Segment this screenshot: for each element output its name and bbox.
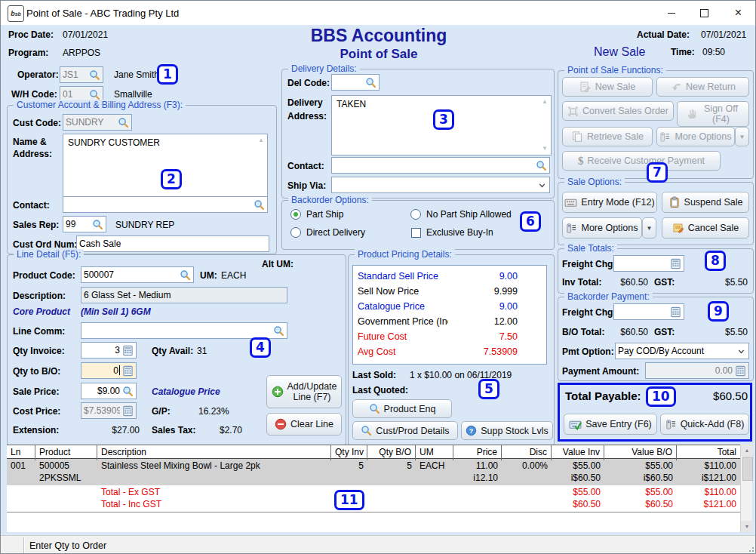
new-return-button[interactable]: New Return [656,77,749,97]
sign-off-button[interactable]: Sign Off (F4) [677,101,749,127]
radio-direct-delivery[interactable]: Direct Delivery [290,227,365,238]
payment-amount-field[interactable]: 0.00 [645,362,749,379]
sale-price-field[interactable]: $9.00 [81,383,137,399]
extension-label: Extension: [13,425,59,436]
annotation-2: 2 [161,169,182,189]
convert-sales-order-button[interactable]: Convert Sales Order [562,101,674,121]
radio-no-part-ship[interactable]: No Part Ship Allowed [410,209,512,220]
pmt-option-select[interactable]: Pay COD/By Account [615,343,749,359]
table-scrollbar[interactable]: ▲ ▼ [740,445,752,532]
search-icon[interactable] [272,325,284,337]
product-enq-button[interactable]: Product Enq [352,399,452,418]
operator-label: Operator: [17,69,59,80]
search-icon[interactable] [364,76,376,88]
cost-price-field[interactable]: $7.53909 [81,402,137,419]
retrieve-sale-button[interactable]: Retrieve Sale [562,127,653,146]
operator-code-field[interactable]: JS1 [60,66,103,83]
product-code-field[interactable]: 500007 [81,266,194,283]
search-icon[interactable] [88,69,100,81]
pricing-row-label: Future Cost [358,329,448,344]
app-icon: bsb [8,5,24,22]
delivery-contact-field[interactable] [331,157,550,174]
save-entry-button[interactable]: Save Entry (F6) [564,414,657,435]
window-title: Point of Sale - ABC Trading Pty Ltd [26,8,179,19]
scroll-up-icon[interactable]: ▲ [542,99,548,105]
new-return-button-label: New Return [686,82,736,92]
sale-more-options-button[interactable]: More Options [562,217,642,239]
add-update-line-button[interactable]: Add/Update Line (F7) [266,375,342,408]
suspend-sale-button[interactable]: Suspend Sale [662,192,749,213]
line-items-table: Ln Product Description Qty Inv Qty B/O U… [7,445,752,532]
document-pencil-icon [579,81,592,93]
minimize-icon [668,13,675,14]
table-row[interactable]: 001 500005 2PKSSML Stainless Steel Mixin… [7,459,752,485]
radio-part-ship[interactable]: Part Ship [290,209,343,220]
calculator-icon[interactable] [734,365,746,377]
checkbox-exclusive-buy-in[interactable]: Exclusive Buy-In [411,227,493,238]
cust-prod-details-button[interactable]: Cust/Prod Details [352,421,458,440]
receive-customer-payment-button[interactable]: $ Receive Customer Payment [562,151,721,171]
supp-stock-lvls-button[interactable]: Supp Stock Lvls [461,421,553,440]
scroll-up-icon[interactable]: ▲ [258,137,264,143]
search-icon[interactable] [117,116,129,128]
calculator-icon[interactable] [669,306,681,318]
search-icon[interactable] [88,88,100,100]
line-comm-field[interactable] [81,322,287,339]
cust-code-label: Cust Code: [13,118,61,128]
search-icon[interactable] [253,199,265,211]
cost-price-label: Cost Price: [13,406,60,417]
sale-more-options-dropdown[interactable]: ▼ [642,217,656,239]
total-ex-gst-total: $110.00 [681,486,736,498]
cell-product: 500005 2PKSSML [35,459,97,485]
clipboard-icon [668,196,681,208]
pos-more-options-dropdown[interactable]: ▼ [735,127,749,146]
new-sale-button[interactable]: New Sale [562,77,653,97]
ship-via-select[interactable] [331,177,550,193]
cust-code-field[interactable]: SUNDRY [63,114,132,131]
search-icon[interactable] [121,385,134,397]
search-icon[interactable] [179,269,191,281]
scroll-up-icon[interactable]: ▲ [741,445,753,456]
billing-contact-field[interactable] [63,196,268,213]
qty-bo-field[interactable]: 0 [81,362,137,379]
pricing-listbox[interactable]: Standard Sell Price 9.00 Sell Now Price … [352,265,547,365]
scroll-down-icon[interactable]: ▼ [741,521,753,532]
quick-add-button[interactable]: Quick-Add (F8) [660,414,749,435]
search-icon[interactable] [535,159,547,171]
freight-chg-label: Freight Chg: [562,259,616,269]
cust-ord-num-field[interactable]: Cash Sale [76,235,269,252]
scrollbar-thumb[interactable] [742,457,753,481]
close-button[interactable]: × [721,1,756,25]
maximize-button[interactable] [687,1,721,25]
cell-qty-inv: 5 [331,459,367,485]
bo-gst-label: GST: [654,327,675,337]
sales-rep-field[interactable]: 99 [63,216,106,232]
pos-more-options-button[interactable]: More Options [656,127,735,146]
hand-icon [686,108,698,120]
delivery-address-label-2: Address: [287,111,327,122]
minimize-button[interactable] [654,1,688,25]
qty-invoice-field[interactable]: 3 [81,342,137,359]
calculator-icon[interactable] [121,365,134,377]
clear-line-button[interactable]: Clear Line [266,413,342,436]
retrieve-sale-button-label: Retrieve Sale [587,131,644,142]
bo-freight-chg-field[interactable] [613,303,684,320]
calculator-icon[interactable] [669,257,681,269]
del-code-field[interactable] [331,74,380,91]
total-ex-gst-value-inv: $55.00 [555,486,601,498]
calculator-icon[interactable] [121,344,134,356]
description-field[interactable]: 6 Glass Set - Medium [81,287,287,303]
wh-code-value: 01 [63,89,87,100]
resize-grip[interactable] [748,546,754,552]
wh-name: Smallville [114,89,152,100]
col-disc: Disc [502,445,552,460]
scroll-down-icon[interactable]: ▼ [542,146,548,152]
pmt-option-value: Pay COD/By Account [618,346,734,356]
calculator-icon[interactable] [121,405,134,417]
cancel-sale-button[interactable]: Cancel Sale [662,217,749,239]
freight-chg-field[interactable] [613,255,684,272]
inv-total-value: $60.50 [600,277,648,288]
program-value: ARPPOS [63,48,100,58]
search-icon[interactable] [91,218,103,230]
entry-mode-button[interactable]: Entry Mode (F12) [562,192,657,213]
